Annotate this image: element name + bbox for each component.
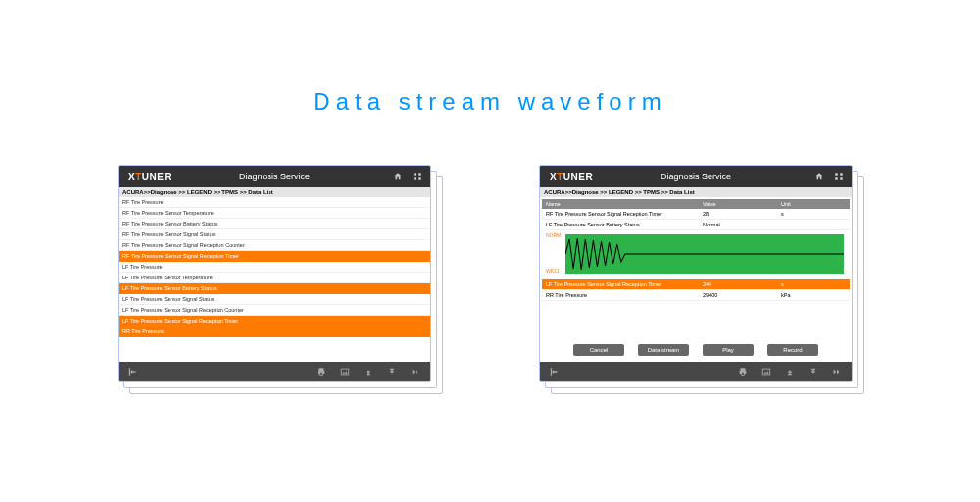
table-row[interactable]: LF Tire Pressure Sensor Battery StatusNo… [542,220,850,230]
app-header: XTUNER Diagnosis Service [119,166,430,187]
svg-rect-5 [341,369,349,375]
next-icon[interactable] [832,367,842,376]
image-icon[interactable] [761,367,771,376]
table-row[interactable]: LF Tire Pressure Sensor Signal Reception… [542,279,850,290]
waveform-chart [565,234,844,274]
table-header: Name Value Unit [542,199,850,209]
table-row[interactable]: RF Tire Pressure Sensor Signal Reception… [542,209,850,220]
breadcrumb: ACURA>>Diagnose >> LEGEND >> TPMS >> Dat… [540,187,852,197]
brand-logo: XTUNER [128,172,172,182]
list-item[interactable]: RF Tire Pressure Sensor Temperature [119,208,430,219]
list-item[interactable]: LF Tire Pressure Sensor Signal Status [119,294,430,305]
list-item[interactable]: RF Tire Pressure Sensor Signal Status [119,229,430,240]
image-icon[interactable] [340,367,350,376]
scroll-up-icon[interactable] [785,367,795,376]
list-item[interactable]: LF Tire Pressure Sensor Signal Reception… [119,316,430,326]
right-screenshot-stack: XTUNER Diagnosis Service ACURA>>Diagnose… [539,165,862,395]
home-icon[interactable] [814,172,824,181]
page-title: Data stream waveform [0,0,980,165]
wave-label-bottom: WK11 [546,268,560,274]
svg-rect-1 [418,173,421,176]
list-item[interactable]: RF Tire Pressure Sensor Signal Reception… [119,251,430,262]
header-title: Diagnosis Service [239,172,310,181]
next-icon[interactable] [411,367,420,376]
svg-rect-0 [414,173,416,176]
list-item[interactable]: RF Tire Pressure Sensor Battery Status [119,219,430,229]
svg-rect-4 [129,368,130,376]
cancel-button[interactable]: Cancel [573,344,624,356]
brand-logo: XTUNER [550,172,593,182]
list-item[interactable]: RF Tire Pressure Sensor Signal Reception… [119,240,430,251]
print-icon[interactable] [738,367,748,376]
scroll-down-icon[interactable] [387,367,397,376]
scroll-up-icon[interactable] [364,367,373,376]
svg-rect-3 [418,177,421,180]
col-value: Value [699,199,777,209]
grid-icon[interactable] [834,172,844,181]
exit-icon[interactable] [128,367,138,376]
exit-icon[interactable] [550,367,560,376]
svg-rect-10 [551,368,552,376]
record-button[interactable]: Record [767,344,818,356]
right-body: Name Value Unit RF Tire Pressure Sensor … [540,197,852,362]
breadcrumb: ACURA>>Diagnose >> LEGEND >> TPMS >> Dat… [119,187,430,197]
list-item[interactable]: LF Tire Pressure Sensor Temperature [119,273,430,283]
data-stream-button[interactable]: Data stream [638,344,689,356]
waveform-panel: NORM WK11 [542,230,850,279]
cards-container: XTUNER Diagnosis Service ACURA>>Diagnose… [0,165,980,395]
svg-rect-11 [762,369,770,375]
stack-front-card: XTUNER Diagnosis Service ACURA>>Diagnose… [539,165,853,382]
list-item[interactable]: LF Tire Pressure [119,262,430,273]
svg-rect-8 [835,177,838,180]
app-header: XTUNER Diagnosis Service [540,166,852,187]
stack-front-card: XTUNER Diagnosis Service ACURA>>Diagnose… [118,165,431,382]
list-item[interactable]: RF Tire Pressure [119,197,430,208]
svg-rect-6 [835,173,838,176]
list-item[interactable]: RR Tire Pressure [119,326,430,337]
wave-label-top: NORM [546,232,561,238]
header-title: Diagnosis Service [661,172,731,181]
list-item[interactable]: LF Tire Pressure Sensor Signal Reception… [119,305,430,316]
grid-icon[interactable] [413,172,422,181]
button-row: CancelData streamPlayRecord [542,338,850,360]
left-screenshot-stack: XTUNER Diagnosis Service ACURA>>Diagnose… [118,165,441,395]
col-name: Name [542,199,699,209]
svg-rect-9 [840,177,843,180]
footer-bar [119,362,430,381]
print-icon[interactable] [317,367,326,376]
table-rows-bottom: LF Tire Pressure Sensor Signal Reception… [542,279,850,301]
table-row[interactable]: RR Tire Pressure29400kPa [542,290,850,301]
data-list: RF Tire PressureRF Tire Pressure Sensor … [119,197,430,362]
scroll-down-icon[interactable] [808,367,818,376]
svg-rect-7 [840,173,843,176]
play-button[interactable]: Play [703,344,754,356]
table-rows-top: RF Tire Pressure Sensor Signal Reception… [542,209,850,230]
svg-rect-2 [414,177,416,180]
list-item[interactable]: LF Tire Pressure Sensor Battery Status [119,283,430,294]
home-icon[interactable] [393,172,403,181]
col-unit: Unit [777,199,850,209]
footer-bar [540,362,852,381]
